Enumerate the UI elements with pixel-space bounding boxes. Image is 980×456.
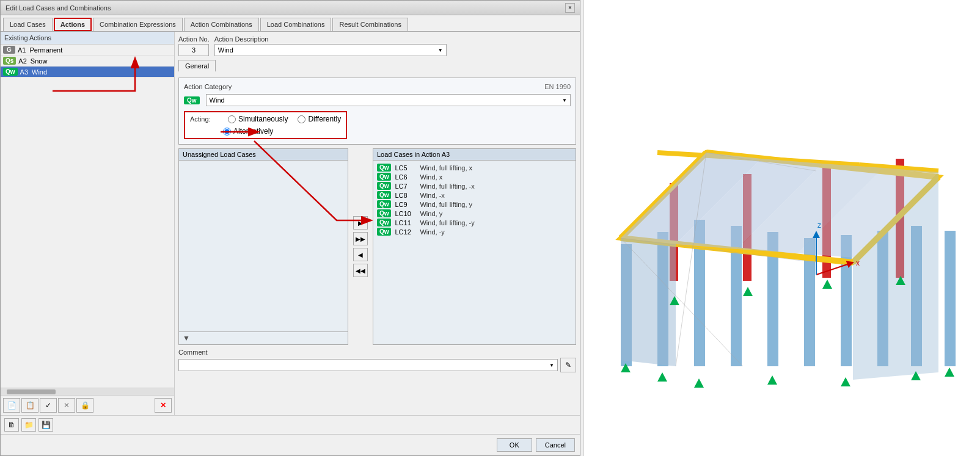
remove-all-button[interactable]: ◀◀: [353, 264, 368, 277]
list-item[interactable]: QwLC9Wind, full lifting, y: [376, 200, 573, 209]
acting-row: Acting: Simultaneously Differently: [190, 115, 341, 123]
ok-button[interactable]: OK: [497, 438, 532, 452]
action-header-row: Action No. Action Description Wind: [178, 35, 576, 56]
lc-desc: Wind, x: [420, 173, 442, 181]
comment-select[interactable]: [178, 359, 558, 371]
add-all-button[interactable]: ▶▶: [353, 232, 368, 245]
comment-section: Comment ✎: [178, 349, 576, 372]
title-bar: Edit Load Cases and Combinations ×: [1, 1, 580, 15]
tab-load-cases[interactable]: Load Cases: [3, 18, 53, 31]
simultaneously-label: Simultaneously: [238, 115, 288, 123]
new-button[interactable]: 📄: [3, 398, 20, 413]
delete-button[interactable]: ✕: [155, 398, 172, 413]
close-button[interactable]: ×: [565, 3, 575, 13]
folder-icon: 📁: [24, 421, 34, 429]
list-item[interactable]: QwLC12Wind, -y: [376, 227, 573, 236]
check-button[interactable]: ✓: [40, 398, 57, 413]
list-item[interactable]: QwLC7Wind, full lifting, -x: [376, 181, 573, 190]
lc-desc: Wind, full lifting, y: [420, 201, 472, 208]
acting-container: Acting: Simultaneously Differently: [184, 111, 347, 139]
simultaneously-radio[interactable]: [228, 115, 236, 123]
lock-button[interactable]: 🔒: [76, 398, 93, 413]
lc-badge: Qw: [377, 200, 392, 208]
list-item[interactable]: QwLC6Wind, x: [376, 172, 573, 181]
action-row-a2[interactable]: Qs A2 Snow: [1, 56, 174, 67]
list-item[interactable]: QwLC11Wind, full lifting, -y: [376, 218, 573, 227]
lc-badge: Qw: [377, 219, 392, 226]
action-no-group: Action No.: [178, 35, 210, 56]
doc-icon: 🗎: [8, 421, 15, 429]
left-panel-toolbar: 📄 📋 ✓ ✕ 🔒 ✕: [1, 395, 174, 415]
action-id-a1: A1: [18, 46, 26, 54]
lc-desc: Wind, full lifting, x: [420, 164, 472, 172]
remove-one-button[interactable]: ◀: [353, 248, 368, 261]
filter-bar: ▼: [179, 331, 348, 344]
tab-action-combinations[interactable]: Action Combinations: [184, 18, 259, 31]
comment-row: ✎: [178, 358, 576, 372]
en-label: EN 1990: [544, 83, 571, 90]
svg-marker-28: [621, 238, 676, 366]
comment-edit-button[interactable]: ✎: [560, 358, 576, 372]
action-row-a3[interactable]: Qw A3 Wind: [1, 67, 174, 78]
simultaneously-option[interactable]: Simultaneously: [228, 115, 288, 123]
badge-qw: Qw: [3, 68, 18, 76]
differently-option[interactable]: Differently: [298, 115, 341, 123]
scrollbar-thumb: [7, 389, 56, 394]
assigned-header: Load Cases in Action A3: [373, 149, 576, 161]
action-desc-group: Action Description Wind: [214, 35, 447, 56]
action-no-label: Action No.: [178, 35, 210, 43]
action-desc-select[interactable]: Wind: [214, 44, 447, 56]
tab-combination-expressions[interactable]: Combination Expressions: [93, 18, 183, 31]
unassigned-header: Unassigned Load Cases: [179, 149, 348, 161]
open-button[interactable]: 📋: [21, 398, 38, 413]
category-select[interactable]: Wind: [206, 94, 571, 106]
assigned-panel: Load Cases in Action A3 QwLC5Wind, full …: [373, 148, 576, 345]
alternatively-radio[interactable]: [223, 128, 231, 136]
cancel-button[interactable]: Cancel: [536, 438, 575, 452]
differently-radio[interactable]: [298, 115, 305, 123]
lc-id: LC9: [395, 201, 416, 208]
radio-group: Simultaneously Differently: [228, 115, 341, 123]
tab-load-combinations[interactable]: Load Combinations: [260, 18, 332, 31]
new-icon: 📄: [7, 401, 16, 410]
section-header: Action Category EN 1990: [184, 83, 571, 90]
lc-desc: Wind, -y: [420, 228, 444, 236]
tab-actions[interactable]: Actions: [54, 18, 92, 31]
action-no-input[interactable]: [178, 44, 209, 56]
lc-id: LC11: [395, 219, 416, 226]
list-item[interactable]: QwLC10Wind, y: [376, 209, 573, 218]
svg-text:z: z: [817, 221, 821, 230]
list-item[interactable]: QwLC8Wind, -x: [376, 190, 573, 200]
transfer-buttons: ▶ ▶▶ ◀ ◀◀: [351, 148, 370, 345]
action-category-title: Action Category: [184, 83, 232, 90]
horizontal-scrollbar[interactable]: [1, 388, 174, 395]
lc-desc: Wind, full lifting, -x: [420, 183, 474, 190]
alternatively-option[interactable]: Alternatively: [223, 127, 341, 136]
lc-id: LC8: [395, 192, 416, 199]
filter-icon[interactable]: ▼: [183, 334, 190, 342]
structure-3d-view: x z: [584, 0, 980, 456]
tab-result-combinations[interactable]: Result Combinations: [332, 18, 408, 31]
cross-gray-button[interactable]: ✕: [58, 398, 75, 413]
lc-desc: Wind, -x: [420, 192, 444, 199]
action-id-a2: A2: [18, 57, 26, 65]
list-item[interactable]: QwLC5Wind, full lifting, x: [376, 163, 573, 172]
bottom-bar: OK Cancel: [1, 434, 580, 455]
3d-viewport: x z: [583, 0, 980, 456]
check-icon: ✓: [45, 401, 51, 410]
action-name-a3: Wind: [32, 68, 47, 76]
add-one-button[interactable]: ▶: [353, 216, 368, 230]
bottom-icon-1[interactable]: 🗎: [4, 418, 19, 432]
right-panel: Action No. Action Description Wind Gener…: [175, 32, 580, 415]
bottom-icon-3[interactable]: 💾: [38, 418, 53, 432]
general-tab[interactable]: General: [178, 60, 216, 71]
lock-icon: 🔒: [81, 401, 90, 410]
lc-id: LC6: [395, 173, 416, 181]
lc-badge: Qw: [377, 164, 392, 172]
bottom-icon-2[interactable]: 📁: [21, 418, 36, 432]
action-id-a3: A3: [20, 68, 28, 76]
action-row-a1[interactable]: G A1 Permanent: [1, 45, 174, 56]
lc-id: LC5: [395, 164, 416, 172]
action-name-a2: Snow: [31, 57, 48, 65]
lc-desc: Wind, full lifting, -y: [420, 219, 474, 226]
